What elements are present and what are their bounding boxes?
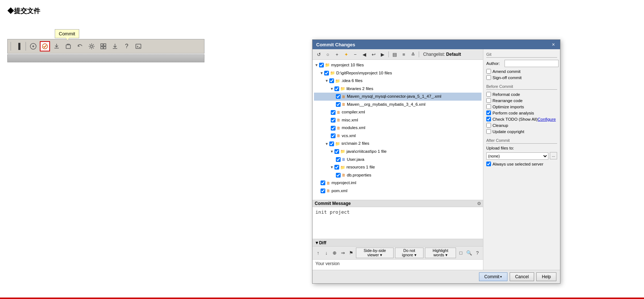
dialog-toolbar-back[interactable]: ↩ bbox=[369, 50, 377, 58]
diff-small-btn[interactable]: □ bbox=[457, 249, 464, 257]
toolbar-btn-settings[interactable] bbox=[87, 41, 97, 51]
tree-checkbox[interactable] bbox=[329, 78, 334, 83]
tree-checkbox[interactable] bbox=[319, 63, 324, 67]
toolbar-btn-download[interactable] bbox=[110, 41, 120, 51]
tree-item-srcmain[interactable]: ▼ 📁 src\main 2 files bbox=[314, 140, 482, 148]
tree-checkbox[interactable] bbox=[331, 133, 336, 138]
signoff-commit-checkbox[interactable] bbox=[486, 75, 491, 80]
tree-checkbox[interactable] bbox=[336, 94, 341, 99]
tree-checkbox[interactable] bbox=[321, 189, 325, 193]
diff-down-btn[interactable]: ↓ bbox=[323, 249, 330, 257]
rearrange-code-row: Rearrange code bbox=[486, 98, 557, 103]
always-use-server-row: Always use selected server bbox=[486, 162, 557, 166]
tree-item-libraries[interactable]: ▼ 📁 libraries 2 files bbox=[314, 85, 482, 93]
reformat-code-row: Reformat code bbox=[486, 92, 557, 97]
diff-help-btn[interactable]: ? bbox=[474, 249, 481, 257]
diff-highlight-btn[interactable]: Highlight words ▾ bbox=[425, 248, 456, 258]
configure-link[interactable]: Configure bbox=[538, 117, 556, 121]
check-todo-label: Check TODO (Show All) bbox=[492, 117, 538, 121]
tree-checkbox[interactable] bbox=[336, 157, 341, 162]
tree-checkbox[interactable] bbox=[331, 110, 336, 115]
diff-arrow-btn[interactable]: ⇒ bbox=[340, 249, 346, 257]
commit-message-input[interactable]: init project bbox=[313, 207, 483, 238]
tree-item-maven-mysql[interactable]: 🗎 Maven_mysql_mysql-connector-java_5_1_4… bbox=[314, 93, 482, 101]
tree-checkbox[interactable] bbox=[334, 86, 339, 91]
tree-item-maven-mybatis[interactable]: 🗎 Maven__org_mybatis_mybatis_3_4_6.xml bbox=[314, 101, 482, 109]
tree-checkbox[interactable] bbox=[331, 118, 336, 123]
tree-checkbox[interactable] bbox=[321, 180, 325, 185]
tree-checkbox[interactable] bbox=[336, 102, 341, 107]
folder-icon: 📁 bbox=[340, 148, 345, 155]
cancel-button[interactable]: Cancel bbox=[510, 272, 534, 281]
toolbar-btn-revert[interactable] bbox=[63, 41, 73, 51]
reformat-code-checkbox[interactable] bbox=[486, 92, 491, 97]
tree-item-compiler[interactable]: 🗎 compiler.xml bbox=[314, 108, 482, 116]
help-button[interactable]: Help bbox=[536, 272, 556, 281]
toolbar-btn-help[interactable]: ? bbox=[122, 41, 132, 51]
tree-item-pomxml[interactable]: 🗎 pom.xml bbox=[314, 187, 482, 195]
diff-ignore-btn[interactable]: Do not ignore ▾ bbox=[395, 248, 423, 258]
tree-checkbox[interactable] bbox=[334, 149, 339, 154]
dialog-toolbar-minus[interactable]: − bbox=[351, 50, 359, 58]
upload-config-btn[interactable]: ... bbox=[550, 152, 557, 159]
perform-analysis-checkbox[interactable] bbox=[486, 110, 491, 115]
dialog-toolbar-sort2[interactable]: ≛ bbox=[409, 50, 417, 58]
tree-item-name: libraries 2 files bbox=[346, 85, 373, 93]
tree-item-resources[interactable]: ▼ 📁 resources 1 file bbox=[314, 163, 482, 171]
dialog-toolbar-add[interactable]: + bbox=[333, 50, 341, 58]
dialog-close-button[interactable]: × bbox=[551, 42, 556, 47]
tree-item-vcs[interactable]: 🗎 vcs.xml bbox=[314, 132, 482, 140]
file-icon: 🗎 bbox=[337, 125, 341, 132]
author-label: Author: bbox=[486, 61, 505, 66]
author-input[interactable] bbox=[505, 60, 559, 67]
tree-item-myproject[interactable]: ▼ 📁 myproject 10 files bbox=[314, 61, 482, 69]
tree-checkbox[interactable] bbox=[329, 141, 334, 146]
toolbar-sep-2 bbox=[26, 42, 26, 51]
commit-button[interactable]: Commit ▾ bbox=[479, 272, 507, 281]
dialog-toolbar-star[interactable]: ✦ bbox=[342, 50, 350, 58]
diff-search-btn[interactable]: 🔍 bbox=[466, 249, 473, 257]
dialog-toolbar-undo[interactable]: ↺ bbox=[315, 50, 323, 58]
optimize-imports-checkbox[interactable] bbox=[486, 104, 491, 109]
dialog-toolbar-refresh[interactable]: ○ bbox=[324, 50, 332, 58]
diff-plus-btn[interactable]: ⊕ bbox=[331, 249, 338, 257]
toolbar-btn-terminal[interactable] bbox=[133, 41, 143, 51]
dialog-toolbar-sort[interactable]: ≡ bbox=[400, 50, 408, 58]
diff-flag-btn[interactable]: ⚑ bbox=[348, 249, 355, 257]
tree-checkbox[interactable] bbox=[324, 71, 329, 75]
dialog-toolbar-right[interactable]: ▶ bbox=[379, 50, 387, 58]
always-use-server-checkbox[interactable] bbox=[486, 162, 491, 166]
tree-checkbox[interactable] bbox=[331, 126, 336, 131]
toolbar-btn-1[interactable]: ▐ bbox=[13, 41, 23, 51]
tree-item-javapo[interactable]: ▼ 📁 java\cn\itcast\po 1 file bbox=[314, 148, 482, 156]
tree-item-dbprops[interactable]: 🗎 db.properties bbox=[314, 171, 482, 179]
cleanup-row: Cleanup bbox=[486, 123, 557, 128]
optimize-imports-label: Optimize imports bbox=[492, 105, 524, 109]
toolbar-btn-commit[interactable] bbox=[40, 41, 50, 51]
toolbar-btn-update[interactable] bbox=[51, 41, 62, 51]
dialog-toolbar-left[interactable]: ◀ bbox=[360, 50, 368, 58]
diff-viewer-btn[interactable]: Side-by-side viewer ▾ bbox=[356, 248, 394, 258]
tree-item-misc[interactable]: 🗎 misc.xml bbox=[314, 116, 482, 124]
tree-item-userjava[interactable]: 🗎 User.java bbox=[314, 156, 482, 164]
check-todo-checkbox[interactable] bbox=[486, 117, 491, 121]
tree-checkbox[interactable] bbox=[334, 165, 339, 170]
diff-up-btn[interactable]: ↑ bbox=[315, 249, 322, 257]
toolbar-btn-vcs[interactable] bbox=[28, 41, 38, 51]
toolbar-btn-undo[interactable] bbox=[75, 41, 85, 51]
dialog-toolbar-list[interactable]: ▤ bbox=[391, 50, 399, 58]
amend-commit-checkbox[interactable] bbox=[486, 69, 491, 74]
update-copyright-checkbox[interactable] bbox=[486, 129, 491, 134]
toolbar-btn-grid[interactable] bbox=[98, 41, 108, 51]
upload-select[interactable]: (none) bbox=[486, 152, 548, 160]
tree-checkbox[interactable] bbox=[336, 173, 341, 178]
file-tree: ▼ 📁 myproject 10 files ▼ 📁 D:\gitRepos\m… bbox=[313, 60, 483, 200]
tree-item-path[interactable]: ▼ 📁 D:\gitRepos\myproject 10 files bbox=[314, 69, 482, 77]
cleanup-checkbox[interactable] bbox=[486, 123, 491, 128]
commit-changes-dialog: Commit Changes × ↺ ○ + ✦ − ◀ ↩ ▶ ▤ ≡ ≛ C… bbox=[312, 39, 560, 284]
tree-item-modules[interactable]: 🗎 modules.xml bbox=[314, 124, 482, 132]
commit-message-icon: ⊙ bbox=[477, 201, 481, 206]
tree-item-idea[interactable]: ▼ 📁 .idea 6 files bbox=[314, 77, 482, 85]
tree-item-myprojectiml[interactable]: 🗎 myproject.iml bbox=[314, 179, 482, 187]
rearrange-code-checkbox[interactable] bbox=[486, 98, 491, 103]
